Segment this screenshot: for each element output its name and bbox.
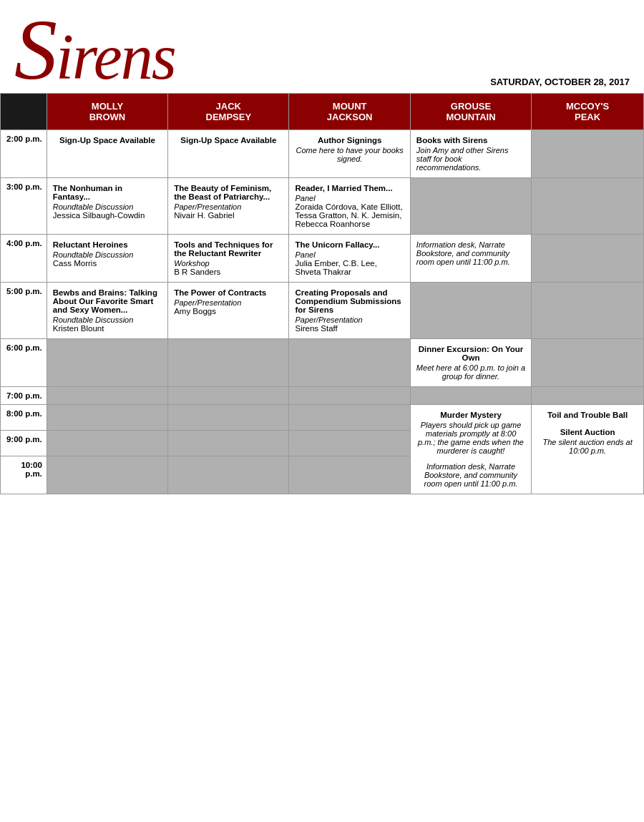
silent-auction-detail: The silent auction ends at 10:00 p.m. bbox=[537, 438, 638, 455]
molly-3pm: The Nonhuman in Fantasy... Roundtable Di… bbox=[47, 178, 167, 235]
mount-6pm bbox=[289, 339, 410, 387]
event-type: Panel bbox=[295, 194, 404, 202]
molly-10pm bbox=[47, 456, 167, 494]
jack-9pm bbox=[168, 430, 289, 456]
grouse-2pm: Books with Sirens Join Amy and other Sir… bbox=[410, 130, 531, 178]
event-type: Paper/Presentation bbox=[174, 202, 283, 211]
jack-3pm: The Beauty of Feminism, the Beast of Pat… bbox=[168, 178, 289, 235]
jack-2pm: Sign-Up Space Available bbox=[168, 130, 289, 178]
time-4pm: 4:00 p.m. bbox=[1, 235, 47, 283]
mccoy-2pm bbox=[532, 130, 644, 178]
event-title: Dinner Excursion: On Your Own bbox=[416, 345, 525, 362]
mccoys-peak-header: MCCOY'SPEAK bbox=[532, 94, 644, 130]
mount-4pm: The Unicorn Fallacy... Panel Julia Ember… bbox=[289, 235, 410, 283]
grouse-4pm: Information desk, Narrate Bookstore, and… bbox=[410, 235, 531, 283]
grouse-7pm bbox=[410, 387, 531, 405]
table-row: 2:00 p.m. Sign-Up Space Available Sign-U… bbox=[1, 130, 644, 178]
jack-8pm bbox=[168, 405, 289, 431]
event-type: Paper/Presentation bbox=[295, 315, 404, 324]
molly-2pm: Sign-Up Space Available bbox=[47, 130, 167, 178]
event-title: The Unicorn Fallacy... bbox=[295, 240, 404, 249]
molly-brown-header: MOLLYBROWN bbox=[47, 94, 167, 130]
event-type: Join Amy and other Sirens staff for book… bbox=[416, 146, 525, 172]
event-presenter: Amy Boggs bbox=[174, 307, 283, 315]
grouse-3pm bbox=[410, 178, 531, 235]
event-presenter: Cass Morris bbox=[53, 259, 162, 268]
table-row: 6:00 p.m. Dinner Excursion: On Your Own … bbox=[1, 339, 644, 387]
time-column-header bbox=[1, 94, 47, 130]
schedule-table: MOLLYBROWN JACKDEMPSEY MOUNTJACKSON GROU… bbox=[0, 93, 644, 494]
mccoy-ball: Toil and Trouble Ball Silent Auction The… bbox=[532, 405, 644, 494]
toil-trouble-title: Toil and Trouble Ball bbox=[537, 411, 638, 419]
jack-dempsey-header: JACKDEMPSEY bbox=[168, 94, 289, 130]
header: Sirens SATURDAY, OCTOBER 28, 2017 bbox=[0, 0, 644, 93]
mount-10pm bbox=[289, 456, 410, 494]
jack-7pm bbox=[168, 387, 289, 405]
grouse-5pm bbox=[410, 283, 531, 339]
time-6pm: 6:00 p.m. bbox=[1, 339, 47, 387]
event-info: Information desk, Narrate Bookstore, and… bbox=[416, 462, 525, 488]
time-10pm: 10:00 p.m. bbox=[1, 456, 47, 494]
mount-5pm: Creating Proposals and Compendium Submis… bbox=[289, 283, 410, 339]
table-row: 5:00 p.m. Bewbs and Brains: Talking Abou… bbox=[1, 283, 644, 339]
event-presenter: B R Sanders bbox=[174, 268, 283, 276]
mount-8pm bbox=[289, 405, 410, 431]
molly-4pm: Reluctant Heroines Roundtable Discussion… bbox=[47, 235, 167, 283]
time-9pm: 9:00 p.m. bbox=[1, 430, 47, 456]
event-title: Author Signings bbox=[295, 136, 404, 145]
mccoy-5pm bbox=[532, 283, 644, 339]
time-3pm: 3:00 p.m. bbox=[1, 178, 47, 235]
logo-s: S bbox=[14, 2, 56, 97]
molly-9pm bbox=[47, 430, 167, 456]
molly-5pm: Bewbs and Brains: Talking About Our Favo… bbox=[47, 283, 167, 339]
mount-2pm: Author Signings Come here to have your b… bbox=[289, 130, 410, 178]
event-title: Tools and Techniques for the Reluctant R… bbox=[174, 240, 283, 258]
logo: Sirens bbox=[14, 7, 175, 93]
table-row: 4:00 p.m. Reluctant Heroines Roundtable … bbox=[1, 235, 644, 283]
grouse-mountain-header: GROUSEMOUNTAIN bbox=[410, 94, 531, 130]
event-presenter: Jessica Silbaugh-Cowdin bbox=[53, 211, 162, 220]
mount-3pm: Reader, I Married Them... Panel Zoraida … bbox=[289, 178, 410, 235]
event-type: Paper/Presentation bbox=[174, 298, 283, 307]
event-presenter: Kristen Blount bbox=[53, 324, 162, 333]
grouse-murder-mystery: Murder Mystery Players should pick up ga… bbox=[410, 405, 531, 494]
jack-5pm: The Power of Contracts Paper/Presentatio… bbox=[168, 283, 289, 339]
event-presenter: Zoraida Córdova, Kate Elliott, Tessa Gra… bbox=[295, 202, 404, 228]
event-type: Come here to have your books signed. bbox=[295, 146, 404, 163]
event-type: Workshop bbox=[174, 259, 283, 268]
molly-8pm bbox=[47, 405, 167, 431]
jack-6pm bbox=[168, 339, 289, 387]
event-title: Creating Proposals and Compendium Submis… bbox=[295, 288, 404, 314]
event-type: Roundtable Discussion bbox=[53, 315, 162, 324]
grouse-6pm: Dinner Excursion: On Your Own Meet here … bbox=[410, 339, 531, 387]
event-title: The Nonhuman in Fantasy... bbox=[53, 184, 162, 201]
table-row: 3:00 p.m. The Nonhuman in Fantasy... Rou… bbox=[1, 178, 644, 235]
jack-4pm: Tools and Techniques for the Reluctant R… bbox=[168, 235, 289, 283]
table-row: 8:00 p.m. Murder Mystery Players should … bbox=[1, 405, 644, 431]
event-presenter: Nivair H. Gabriel bbox=[174, 211, 283, 220]
mccoy-3pm bbox=[532, 178, 644, 235]
mount-7pm bbox=[289, 387, 410, 405]
mount-jackson-header: MOUNTJACKSON bbox=[289, 94, 410, 130]
jack-10pm bbox=[168, 456, 289, 494]
event-title: The Beauty of Feminism, the Beast of Pat… bbox=[174, 184, 283, 201]
column-headers: MOLLYBROWN JACKDEMPSEY MOUNTJACKSON GROU… bbox=[1, 94, 644, 130]
time-8pm: 8:00 p.m. bbox=[1, 405, 47, 431]
event-title: Murder Mystery bbox=[416, 411, 525, 419]
mount-9pm bbox=[289, 430, 410, 456]
silent-auction-title: Silent Auction bbox=[537, 428, 638, 436]
time-2pm: 2:00 p.m. bbox=[1, 130, 47, 178]
time-7pm: 7:00 p.m. bbox=[1, 387, 47, 405]
event-type: Players should pick up game materials pr… bbox=[416, 421, 525, 455]
mccoy-4pm bbox=[532, 235, 644, 283]
mccoy-7pm bbox=[532, 387, 644, 405]
event-title: Bewbs and Brains: Talking About Our Favo… bbox=[53, 288, 162, 314]
mccoy-6pm bbox=[532, 339, 644, 387]
event-title: Sign-Up Space Available bbox=[174, 136, 283, 145]
table-row: 7:00 p.m. bbox=[1, 387, 644, 405]
date-label: SATURDAY, OCTOBER 28, 2017 bbox=[490, 77, 630, 93]
event-title: The Power of Contracts bbox=[174, 288, 283, 297]
event-title: Books with Sirens bbox=[416, 136, 525, 145]
event-type: Roundtable Discussion bbox=[53, 202, 162, 211]
event-type: Information desk, Narrate Bookstore, and… bbox=[416, 240, 525, 266]
